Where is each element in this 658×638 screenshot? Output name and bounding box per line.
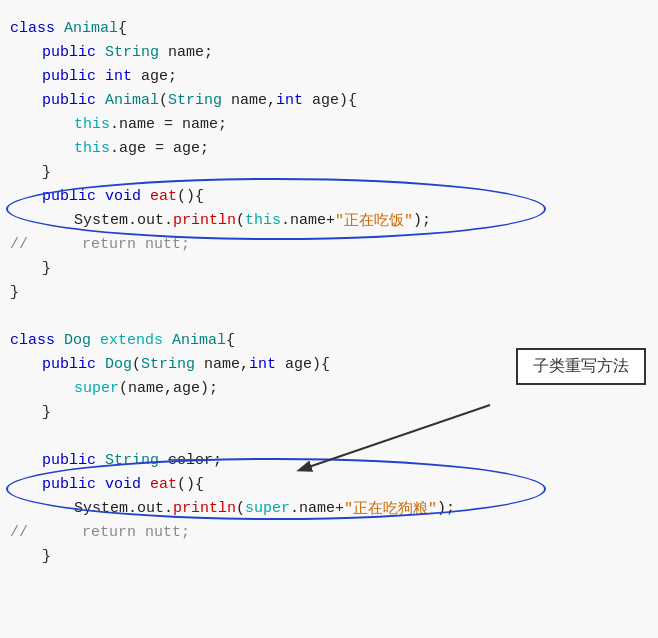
code-token: public xyxy=(42,452,105,469)
code-token: public xyxy=(42,188,105,205)
code-token: } xyxy=(42,260,51,277)
code-line: public Dog(String name,int age){ xyxy=(10,352,648,376)
code-block: class Animal{public String name;public i… xyxy=(0,16,658,568)
code-token: Animal xyxy=(105,92,159,109)
code-token: name, xyxy=(231,92,276,109)
code-token: int xyxy=(249,356,285,373)
code-token: public xyxy=(42,476,105,493)
code-token: Animal xyxy=(172,332,226,349)
code-token: super xyxy=(245,500,290,517)
code-token: } xyxy=(10,284,19,301)
code-token: System.out. xyxy=(74,500,173,517)
code-token: ( xyxy=(236,212,245,229)
code-token: public xyxy=(42,68,105,85)
code-token: color; xyxy=(168,452,222,469)
code-token: ); xyxy=(437,500,455,517)
code-line: } xyxy=(10,160,648,184)
code-token: { xyxy=(226,332,235,349)
code-token: } xyxy=(42,404,51,421)
code-token: ( xyxy=(236,500,245,517)
code-line: System.out.println(this.name+"正在吃饭"); xyxy=(10,208,648,232)
code-token: age; xyxy=(141,68,177,85)
code-token: age){ xyxy=(312,92,357,109)
code-token: (){ xyxy=(177,476,204,493)
code-line: public String color; xyxy=(10,448,648,472)
code-line: } xyxy=(10,280,648,304)
code-line: this.name = name; xyxy=(10,112,648,136)
code-line xyxy=(10,424,648,448)
code-line: System.out.println(super.name+"正在吃狗粮"); xyxy=(10,496,648,520)
code-token: println xyxy=(173,500,236,517)
code-line: } xyxy=(10,544,648,568)
code-line: public int age; xyxy=(10,64,648,88)
code-token: this xyxy=(245,212,281,229)
code-line: // return nutt; xyxy=(10,520,648,544)
code-line xyxy=(10,304,648,328)
code-token: { xyxy=(118,20,127,37)
code-line: public Animal(String name,int age){ xyxy=(10,88,648,112)
code-line: // return nutt; xyxy=(10,232,648,256)
code-token: String xyxy=(105,452,168,469)
code-token: (name,age); xyxy=(119,380,218,397)
code-line: super(name,age); xyxy=(10,376,648,400)
code-token: age){ xyxy=(285,356,330,373)
code-token: "正在吃狗粮" xyxy=(344,499,437,518)
code-token: } xyxy=(42,164,51,181)
code-line: class Dog extends Animal{ xyxy=(10,328,648,352)
code-token: eat xyxy=(150,188,177,205)
code-token: ( xyxy=(132,356,141,373)
code-line: public String name; xyxy=(10,40,648,64)
code-token: extends xyxy=(100,332,172,349)
code-token: int xyxy=(105,68,141,85)
code-token: System.out. xyxy=(74,212,173,229)
code-token: void xyxy=(105,476,150,493)
code-token: void xyxy=(105,188,150,205)
code-token: class xyxy=(10,20,64,37)
code-token: int xyxy=(276,92,312,109)
code-token: class xyxy=(10,332,64,349)
code-line: } xyxy=(10,256,648,280)
code-token: name, xyxy=(204,356,249,373)
code-token: (){ xyxy=(177,188,204,205)
code-token: name; xyxy=(168,44,213,61)
code-token: this xyxy=(74,116,110,133)
code-line: class Animal{ xyxy=(10,16,648,40)
code-token: ); xyxy=(413,212,431,229)
code-token: String xyxy=(141,356,204,373)
code-token: eat xyxy=(150,476,177,493)
code-token: public xyxy=(42,92,105,109)
code-token: .age = age; xyxy=(110,140,209,157)
code-token: public xyxy=(42,44,105,61)
code-token: String xyxy=(105,44,168,61)
code-token: Dog xyxy=(105,356,132,373)
code-token: "正在吃饭" xyxy=(335,211,413,230)
code-token: // return nutt; xyxy=(10,236,190,253)
code-token: super xyxy=(74,380,119,397)
code-token: public xyxy=(42,356,105,373)
code-container: class Animal{public String name;public i… xyxy=(0,0,658,638)
code-line: } xyxy=(10,400,648,424)
code-token: // return nutt; xyxy=(10,524,190,541)
code-token: String xyxy=(168,92,231,109)
code-line: public void eat(){ xyxy=(10,184,648,208)
code-line: public void eat(){ xyxy=(10,472,648,496)
code-token: ( xyxy=(159,92,168,109)
code-token: .name+ xyxy=(281,212,335,229)
code-token: .name+ xyxy=(290,500,344,517)
code-token: this xyxy=(74,140,110,157)
code-token: println xyxy=(173,212,236,229)
code-token: Animal xyxy=(64,20,118,37)
code-line: this.age = age; xyxy=(10,136,648,160)
code-token: } xyxy=(42,548,51,565)
code-token: Dog xyxy=(64,332,100,349)
code-token: .name = name; xyxy=(110,116,227,133)
